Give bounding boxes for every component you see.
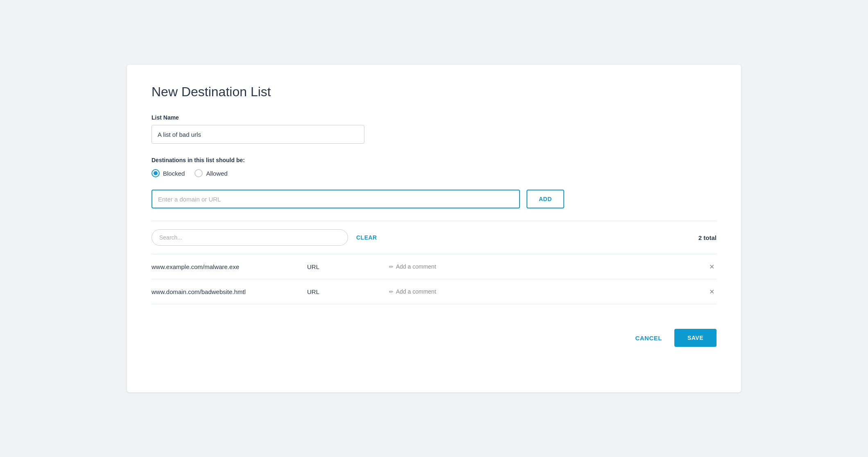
url-input-row: ADD [151,190,717,208]
add-button[interactable]: ADD [527,190,564,208]
destinations-section: Destinations in this list should be: Blo… [151,157,717,208]
list-item-comment[interactable]: ✏ Add a comment [389,263,707,270]
save-button[interactable]: SAVE [674,329,717,347]
new-destination-list-card: New Destination List List Name Destinati… [127,65,741,392]
remove-button[interactable]: ✕ [707,262,717,271]
list-item-type: URL [307,263,389,270]
top-divider [151,221,717,221]
search-row: CLEAR 2 total [151,229,717,246]
radio-blocked-circle [151,169,160,177]
cancel-button[interactable]: CANCEL [631,335,666,342]
url-input[interactable] [151,190,520,208]
comment-label: Add a comment [396,288,436,295]
list-item-url: www.example.com/malware.exe [151,263,307,270]
list-name-label: List Name [151,114,717,121]
search-input[interactable] [151,229,348,246]
radio-blocked-label: Blocked [163,170,185,177]
comment-label: Add a comment [396,263,436,270]
list-item: www.example.com/malware.exe URL ✏ Add a … [151,254,717,279]
destinations-label: Destinations in this list should be: [151,157,717,163]
list-name-section: List Name [151,114,717,144]
destination-list: www.example.com/malware.exe URL ✏ Add a … [151,254,717,304]
page-title: New Destination List [151,84,717,100]
clear-button[interactable]: CLEAR [356,234,377,241]
list-item-type: URL [307,288,389,295]
radio-allowed[interactable]: Allowed [194,169,228,177]
list-item: www.domain.com/badwebsite.hmtl URL ✏ Add… [151,279,717,304]
list-name-input[interactable] [151,125,364,144]
radio-allowed-label: Allowed [206,170,228,177]
list-item-comment[interactable]: ✏ Add a comment [389,288,707,295]
radio-allowed-circle [194,169,203,177]
pencil-icon: ✏ [389,289,393,295]
footer-actions: CANCEL SAVE [151,321,717,347]
radio-group: Blocked Allowed [151,169,717,177]
pencil-icon: ✏ [389,264,393,270]
radio-blocked[interactable]: Blocked [151,169,185,177]
list-item-url: www.domain.com/badwebsite.hmtl [151,288,307,295]
total-count: 2 total [698,234,717,241]
remove-button[interactable]: ✕ [707,287,717,296]
